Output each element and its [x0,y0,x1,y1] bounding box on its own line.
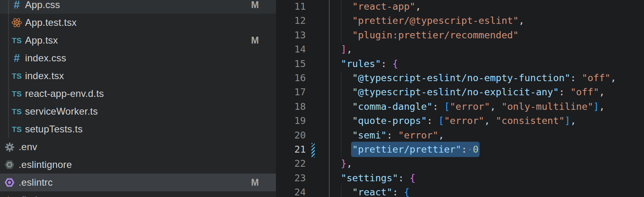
code-token: { [410,172,415,184]
code-token: "comma-dangle" [352,101,433,112]
code-token: : [461,144,467,155]
line-number-14: 14 [276,42,306,57]
code-token: , [519,15,524,26]
code-token: "@typescript-eslint/no-empty-function" [352,72,570,84]
eslint-icon-gray [4,159,15,170]
file-item-index.css[interactable]: #index.css [0,49,276,67]
eslint-icon-purple [4,177,15,188]
code-token [329,86,352,98]
file-item-App.css[interactable]: #App.cssM [0,0,276,14]
git-modified-badge: M [248,0,262,10]
code-line-14[interactable]: ], [329,42,352,57]
file-item-dot-firebaserc[interactable]: .firebaserc [0,191,276,197]
code-token: , [599,86,605,98]
gear-icon [4,142,15,153]
code-line-22[interactable]: }, [329,157,352,171]
file-name: .firebaserc [19,195,65,197]
code-token [329,115,352,126]
code-token [329,130,352,141]
file-explorer: #App.cssMApp.test.tsxTSApp.tsxM#index.cs… [0,0,276,197]
file-name: index.css [25,52,66,64]
code-line-18[interactable]: "comma-dangle": ["error", "only-multilin… [329,100,605,114]
ts-icon: TS [11,71,22,82]
code-token: "consistent" [496,115,564,126]
vscode-window: #App.cssMApp.test.tsxTSApp.tsxM#index.cs… [0,0,644,197]
code-line-20[interactable]: "semi": "error", [329,128,444,143]
file-name: react-app-env.d.ts [25,88,104,99]
file-name: .env [19,141,37,153]
code-token: { [404,187,410,197]
line-number-11: 11 [276,0,306,14]
code-token: "off" [570,86,599,98]
ts-icon: TS [11,35,22,46]
git-modified-badge: M [248,35,262,46]
code-token: · [467,144,473,155]
file-name: serviceWorker.ts [25,106,98,117]
ts-icon: TS [11,124,22,135]
ts-icon: TS [11,106,22,117]
code-token: "quote-props" [352,115,427,126]
code-line-17[interactable]: "@typescript-eslint/no-explicit-any": "o… [329,85,605,99]
code-token: , [484,115,496,126]
file-item-dot-eslintrc[interactable]: .eslintrcM [0,174,276,191]
file-item-index.tsx[interactable]: TSindex.tsx [0,67,276,85]
code-line-12[interactable]: "prettier/@typescript-eslint", [329,14,524,28]
code-token: "error" [450,101,490,112]
code-token: : [398,172,409,184]
code-token [329,72,352,84]
code-token: , [438,130,444,141]
code-token [329,15,352,26]
code-token: , [347,44,352,55]
code-line-16[interactable]: "@typescript-eslint/no-empty-function": … [329,71,616,85]
code-token: ] [341,44,346,55]
code-token: "rules" [341,58,381,69]
line-number-15: 15 [276,57,306,71]
code-line-11[interactable]: "react-app", [329,0,421,14]
code-line-13[interactable]: "plugin:prettier/recommended" [329,28,519,42]
code-token: "prettier/prettier" [352,144,461,155]
file-item-dot-env[interactable]: .env [0,138,276,156]
line-number-13: 13 [276,28,306,42]
line-number-20: 20 [276,128,306,143]
file-item-serviceWorker.ts[interactable]: TSserviceWorker.ts [0,103,276,120]
code-token: "react-app" [352,1,415,12]
line-number-16: 16 [276,71,306,85]
code-token: : [433,101,444,112]
file-name: App.test.tsx [25,17,77,28]
code-token: "semi" [352,130,387,141]
ts-icon: TS [11,88,22,99]
file-item-react-app-env.d.ts[interactable]: TSreact-app-env.d.ts [0,85,276,103]
file-item-App.tsx[interactable]: TSApp.tsxM [0,31,276,49]
line-number-17: 17 [276,85,306,99]
line-number-19: 19 [276,114,306,128]
code-token [329,172,341,184]
code-token [329,158,341,169]
line-number-24: 24 [276,185,306,197]
code-line-19[interactable]: "quote-props": ["error", "consistent"], [329,114,576,128]
line-number-22: 22 [276,157,306,171]
code-line-15[interactable]: "rules": { [329,57,398,71]
code-line-24[interactable]: "react": { [329,185,410,197]
code-token: "prettier/@typescript-eslint" [352,15,519,26]
code-token: : [392,187,404,197]
code-token: , [490,101,501,112]
code-token: , [599,101,605,112]
code-editor[interactable]: 11 "react-app",12 "prettier/@typescript-… [276,0,644,197]
file-item-App.test.tsx[interactable]: App.test.tsx [0,14,276,31]
file-name: .eslintrc [19,177,53,188]
code-token: : [381,58,392,69]
firebase-icon [4,195,15,197]
code-token: "@typescript-eslint/no-explicit-any" [352,86,559,98]
code-line-21[interactable]: "prettier/prettier":·0 [329,143,478,157]
code-token [329,29,352,41]
code-token: : [387,130,398,141]
file-item-setupTests.ts[interactable]: TSsetupTests.ts [0,120,276,138]
code-token: , [610,72,616,84]
code-token: "react" [352,187,392,197]
file-name: index.tsx [25,70,64,82]
file-item-dot-eslintignore[interactable]: .eslintignore [0,156,276,174]
code-line-23[interactable]: "settings": { [329,171,415,185]
code-token: : [427,115,438,126]
code-token: [ [438,115,444,126]
code-token: , [347,158,352,169]
